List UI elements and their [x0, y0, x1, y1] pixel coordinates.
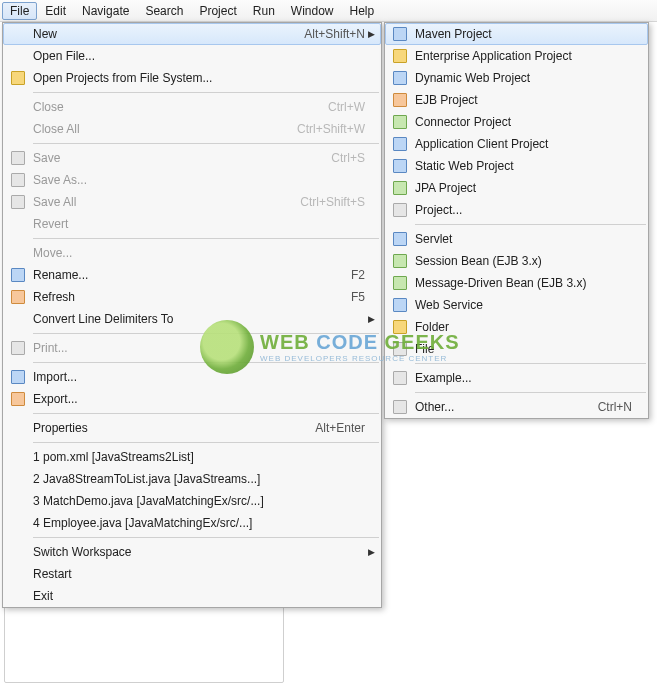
- new-menu-item-message-driven-bean-ejb-3-x[interactable]: Message-Driven Bean (EJB 3.x): [385, 272, 648, 294]
- menu-item-label: Refresh: [33, 290, 339, 304]
- file-menu-item-open-file[interactable]: Open File...: [3, 45, 381, 67]
- menu-separator: [415, 363, 646, 364]
- menu-item-label: Project...: [415, 203, 632, 217]
- menubar-item-navigate[interactable]: Navigate: [74, 2, 137, 20]
- blue-icon: [389, 231, 411, 247]
- file-menu-item-switch-workspace[interactable]: Switch Workspace▶: [3, 541, 381, 563]
- menu-item-label: Folder: [415, 320, 632, 334]
- menu-separator: [415, 224, 646, 225]
- menu-separator: [33, 92, 379, 93]
- new-menu-item-ejb-project[interactable]: EJB Project: [385, 89, 648, 111]
- blue-icon: [389, 26, 411, 42]
- menu-separator: [33, 413, 379, 414]
- none-icon: [7, 48, 29, 64]
- submenu-arrow-icon: ▶: [365, 29, 375, 39]
- new-submenu-dropdown: Maven ProjectEnterprise Application Proj…: [384, 22, 649, 419]
- new-menu-item-folder[interactable]: Folder: [385, 316, 648, 338]
- gray-icon: [389, 399, 411, 415]
- green-icon: [389, 114, 411, 130]
- file-menu-item-2-java8streamtolist-java-javastreams[interactable]: 2 Java8StreamToList.java [JavaStreams...…: [3, 468, 381, 490]
- menu-item-label: Export...: [33, 392, 365, 406]
- none-icon: [7, 216, 29, 232]
- menu-separator: [33, 537, 379, 538]
- none-icon: [7, 26, 29, 42]
- menubar-item-search[interactable]: Search: [137, 2, 191, 20]
- menu-item-label: Maven Project: [415, 27, 632, 41]
- blue-icon: [389, 70, 411, 86]
- file-menu-item-restart[interactable]: Restart: [3, 563, 381, 585]
- file-menu-item-4-employee-java-javamatchingex-src[interactable]: 4 Employee.java [JavaMatchingEx/src/...]: [3, 512, 381, 534]
- menu-separator: [33, 238, 379, 239]
- menu-item-label: Example...: [415, 371, 632, 385]
- new-menu-item-other[interactable]: Other...Ctrl+N: [385, 396, 648, 418]
- gray-icon: [389, 341, 411, 357]
- menubar-item-edit[interactable]: Edit: [37, 2, 74, 20]
- menu-item-label: New: [33, 27, 292, 41]
- menubar-item-help[interactable]: Help: [342, 2, 383, 20]
- file-menu-item-3-matchdemo-java-javamatchingex-src[interactable]: 3 MatchDemo.java [JavaMatchingEx/src/...…: [3, 490, 381, 512]
- menu-item-label: Enterprise Application Project: [415, 49, 632, 63]
- new-menu-item-web-service[interactable]: Web Service: [385, 294, 648, 316]
- blue-icon: [7, 267, 29, 283]
- new-menu-item-maven-project[interactable]: Maven Project: [385, 23, 648, 45]
- menu-item-shortcut: F5: [351, 290, 365, 304]
- file-menu-item-export[interactable]: Export...: [3, 388, 381, 410]
- new-menu-item-jpa-project[interactable]: JPA Project: [385, 177, 648, 199]
- file-menu-item-1-pom-xml-javastreams2list[interactable]: 1 pom.xml [JavaStreams2List]: [3, 446, 381, 468]
- new-menu-item-connector-project[interactable]: Connector Project: [385, 111, 648, 133]
- file-menu-dropdown: NewAlt+Shift+N▶Open File...Open Projects…: [2, 22, 382, 608]
- menu-item-label: Session Bean (EJB 3.x): [415, 254, 632, 268]
- file-menu-item-revert: Revert: [3, 213, 381, 235]
- blue-icon: [7, 369, 29, 385]
- menu-item-label: Move...: [33, 246, 365, 260]
- menubar-item-window[interactable]: Window: [283, 2, 342, 20]
- menu-item-label: Rename...: [33, 268, 339, 282]
- menu-item-label: Web Service: [415, 298, 632, 312]
- menubar-item-file[interactable]: File: [2, 2, 37, 20]
- menu-separator: [33, 442, 379, 443]
- new-menu-item-file[interactable]: File: [385, 338, 648, 360]
- menubar-item-run[interactable]: Run: [245, 2, 283, 20]
- menu-separator: [33, 333, 379, 334]
- file-menu-item-open-projects-from-file-system[interactable]: Open Projects from File System...: [3, 67, 381, 89]
- menu-item-shortcut: Ctrl+Shift+S: [300, 195, 365, 209]
- new-menu-item-application-client-project[interactable]: Application Client Project: [385, 133, 648, 155]
- menu-item-label: Static Web Project: [415, 159, 632, 173]
- menu-item-label: Import...: [33, 370, 365, 384]
- new-menu-item-project[interactable]: Project...: [385, 199, 648, 221]
- menu-item-label: 1 pom.xml [JavaStreams2List]: [33, 450, 365, 464]
- file-menu-item-properties[interactable]: PropertiesAlt+Enter: [3, 417, 381, 439]
- menu-item-label: 2 Java8StreamToList.java [JavaStreams...…: [33, 472, 365, 486]
- menu-item-label: Other...: [415, 400, 586, 414]
- menubar-item-project[interactable]: Project: [191, 2, 244, 20]
- file-menu-item-new[interactable]: NewAlt+Shift+N▶: [3, 23, 381, 45]
- new-menu-item-example[interactable]: Example...: [385, 367, 648, 389]
- menu-item-shortcut: F2: [351, 268, 365, 282]
- menu-item-shortcut: Ctrl+Shift+W: [297, 122, 365, 136]
- gray-icon: [389, 370, 411, 386]
- green-icon: [389, 180, 411, 196]
- orange-icon: [7, 391, 29, 407]
- file-menu-item-exit[interactable]: Exit: [3, 585, 381, 607]
- menu-separator: [33, 143, 379, 144]
- new-menu-item-static-web-project[interactable]: Static Web Project: [385, 155, 648, 177]
- file-menu-item-refresh[interactable]: RefreshF5: [3, 286, 381, 308]
- new-menu-item-enterprise-application-project[interactable]: Enterprise Application Project: [385, 45, 648, 67]
- menu-item-label: Connector Project: [415, 115, 632, 129]
- new-menu-item-servlet[interactable]: Servlet: [385, 228, 648, 250]
- new-menu-item-session-bean-ejb-3-x[interactable]: Session Bean (EJB 3.x): [385, 250, 648, 272]
- file-menu-item-close: CloseCtrl+W: [3, 96, 381, 118]
- orange-icon: [7, 289, 29, 305]
- file-menu-item-save-all: Save AllCtrl+Shift+S: [3, 191, 381, 213]
- none-icon: [7, 493, 29, 509]
- new-menu-item-dynamic-web-project[interactable]: Dynamic Web Project: [385, 67, 648, 89]
- menu-item-label: Save: [33, 151, 319, 165]
- none-icon: [7, 311, 29, 327]
- file-menu-item-rename[interactable]: Rename...F2: [3, 264, 381, 286]
- gray-icon: [389, 202, 411, 218]
- file-menu-item-import[interactable]: Import...: [3, 366, 381, 388]
- menu-item-label: File: [415, 342, 632, 356]
- menu-item-label: Open File...: [33, 49, 365, 63]
- gray-icon: [7, 150, 29, 166]
- file-menu-item-convert-line-delimiters-to[interactable]: Convert Line Delimiters To▶: [3, 308, 381, 330]
